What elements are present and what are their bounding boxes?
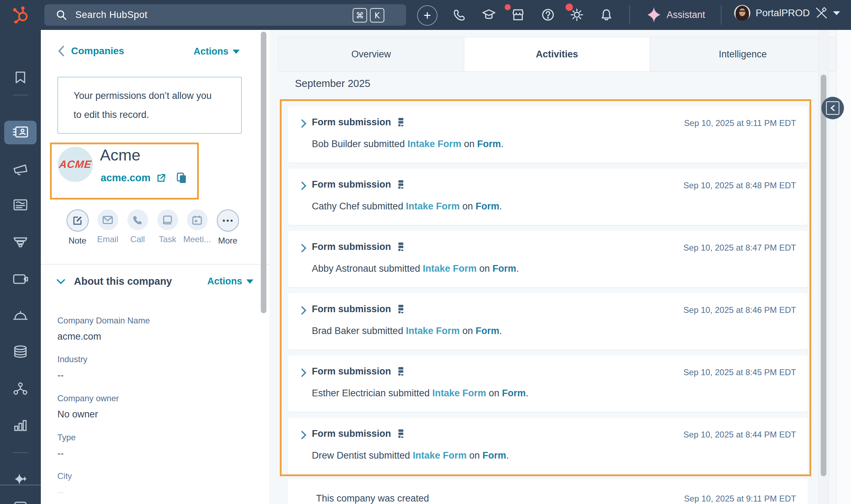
sidebar-item-crm-contacts-icon[interactable]	[0, 125, 41, 139]
activity-connector: on	[462, 326, 473, 336]
rail-divider	[13, 452, 28, 453]
sidebar-item-sales-funnel-icon[interactable]	[0, 236, 41, 248]
record-left-panel: Companies Actions Your permissions don’t…	[41, 30, 269, 504]
sidebar-item-content-icon[interactable]	[0, 198, 41, 212]
event-text: This company was created	[316, 493, 429, 504]
form-name-link[interactable]: Intake Form	[413, 450, 467, 461]
form-target-link[interactable]: Form	[483, 450, 506, 461]
form-target-link[interactable]: Form	[475, 326, 499, 336]
assistant-sparkle-icon	[647, 7, 661, 23]
company-name: Acme	[100, 146, 140, 164]
sidebar-item-service-bell-icon[interactable]	[0, 309, 41, 321]
tab-overview[interactable]: Overview	[278, 37, 464, 71]
form-target-link[interactable]: Form	[475, 201, 499, 212]
expand-chevron-icon[interactable]	[301, 430, 307, 440]
sidebar-item-commerce-wallet-icon[interactable]	[0, 272, 41, 285]
about-section-title: About this company	[74, 276, 207, 287]
section-collapse-chevron-icon[interactable]	[56, 278, 65, 285]
more-button[interactable]: More	[207, 209, 249, 246]
company-logo-text: ACME	[58, 158, 92, 170]
activity-card[interactable]: Form submission Sep 10, 2025 at 8:48 PM …	[288, 169, 808, 225]
expand-chevron-icon[interactable]	[301, 368, 307, 377]
record-actions-dropdown[interactable]: Actions	[194, 46, 240, 57]
activity-timestamp: Sep 10, 2025 at 8:46 PM EDT	[683, 305, 796, 315]
back-to-companies[interactable]: Companies	[58, 45, 124, 57]
activity-person: Drew Dentist	[312, 450, 366, 461]
tab-activities[interactable]: Activities	[464, 37, 650, 71]
activity-card[interactable]: Form submission Sep 10, 2025 at 8:44 PM …	[288, 418, 808, 474]
copy-icon[interactable]	[177, 172, 187, 184]
timeline-month-heading: September 2025	[295, 78, 370, 89]
activity-person: Abby Astronaut	[312, 263, 376, 274]
record-main-area: Overview Activities Intelligence Septemb…	[269, 30, 851, 504]
activity-card[interactable]: Form submission Sep 10, 2025 at 8:45 PM …	[288, 355, 808, 412]
activity-timestamp: Sep 10, 2025 at 8:44 PM EDT	[683, 430, 796, 440]
expand-right-panel-button[interactable]	[821, 97, 844, 119]
field-value[interactable]: No owner	[57, 409, 119, 420]
nav-divider	[721, 5, 721, 25]
ai-sparkle-icon[interactable]	[0, 473, 41, 486]
marketplace-store-icon[interactable]	[510, 7, 526, 23]
sidebar-item-data-database-icon[interactable]	[0, 345, 41, 359]
global-search-input[interactable]: Search HubSpot ⌘ K	[44, 4, 406, 26]
hubspot-app-window: Search HubSpot ⌘ K +	[0, 0, 851, 504]
sidebar-item-marketing-megaphone-icon[interactable]	[0, 162, 41, 176]
hidden-partial-icon[interactable]	[0, 500, 41, 504]
main-scrollbar[interactable]	[821, 75, 826, 476]
left-panel-scrollbar[interactable]	[261, 32, 266, 313]
academy-graduation-cap-icon[interactable]	[481, 7, 497, 23]
company-created-event-row[interactable]: This company was created Sep 10, 2025 at…	[288, 479, 808, 504]
period: .	[501, 139, 504, 149]
settings-gear-icon[interactable]	[569, 7, 585, 23]
activity-timestamp: Sep 10, 2025 at 8:47 PM EDT	[683, 243, 796, 253]
activity-card[interactable]: Form submission Sep 10, 2025 at 8:46 PM …	[288, 293, 808, 349]
expand-chevron-icon[interactable]	[301, 306, 307, 315]
activity-person: Brad Baker	[312, 326, 359, 336]
form-name-link[interactable]: Intake Form	[423, 263, 477, 274]
call-phone-icon[interactable]	[452, 7, 467, 23]
cmd-key-badge: ⌘	[353, 8, 367, 23]
account-menu[interactable]: PortalPROD	[734, 5, 840, 21]
about-actions-dropdown[interactable]: Actions	[207, 276, 253, 287]
form-target-link[interactable]: Form	[477, 139, 501, 149]
form-icon	[397, 367, 405, 377]
form-name-link[interactable]: Intake Form	[406, 326, 460, 336]
caret-down-icon	[833, 11, 840, 15]
note-label: Note	[69, 236, 87, 246]
sidebar-item-automation-workflow-icon[interactable]	[0, 382, 41, 396]
activity-card[interactable]: Form submission Sep 10, 2025 at 9:11 PM …	[288, 106, 808, 163]
help-question-icon[interactable]	[540, 7, 556, 23]
expand-chevron-icon[interactable]	[301, 181, 307, 190]
call-icon	[127, 209, 148, 230]
external-link-icon[interactable]	[156, 173, 166, 183]
permissions-text-line1: Your permissions don’t allow you	[74, 86, 241, 105]
notifications-bell-icon[interactable]	[599, 7, 614, 23]
company-domain-link[interactable]: acme.com	[101, 172, 151, 184]
form-name-link[interactable]: Intake Form	[406, 201, 460, 212]
activity-verb: submitted	[389, 388, 430, 398]
hubspot-logo-icon[interactable]	[13, 6, 30, 23]
form-icon	[397, 429, 405, 439]
expand-chevron-icon[interactable]	[301, 244, 307, 253]
assistant-button[interactable]: Assistant	[647, 7, 705, 23]
search-icon	[56, 9, 68, 21]
sidebar-item-reporting-barchart-icon[interactable]	[0, 418, 41, 432]
form-target-link[interactable]: Form	[502, 388, 526, 398]
field-value[interactable]: --	[57, 448, 76, 459]
form-name-link[interactable]: Intake Form	[432, 388, 486, 398]
field-value[interactable]: acme.com	[57, 331, 150, 342]
create-plus-button[interactable]: +	[417, 5, 437, 26]
assistant-label: Assistant	[667, 10, 705, 20]
portal-name: PortalPROD	[756, 7, 810, 19]
expand-chevron-icon[interactable]	[301, 119, 307, 128]
permissions-notice: Your permissions don’t allow you to edit…	[57, 77, 242, 134]
bookmark-icon[interactable]	[0, 71, 41, 84]
form-target-link[interactable]: Form	[492, 263, 516, 274]
field-type: Type --	[57, 433, 76, 459]
form-name-link[interactable]: Intake Form	[408, 139, 461, 149]
activity-verb: submitted	[369, 450, 410, 461]
activity-connector: on	[489, 388, 499, 398]
tab-intelligence[interactable]: Intelligence	[650, 37, 836, 71]
activity-card[interactable]: Form submission Sep 10, 2025 at 8:47 PM …	[288, 231, 808, 287]
field-value[interactable]: --	[57, 370, 87, 381]
